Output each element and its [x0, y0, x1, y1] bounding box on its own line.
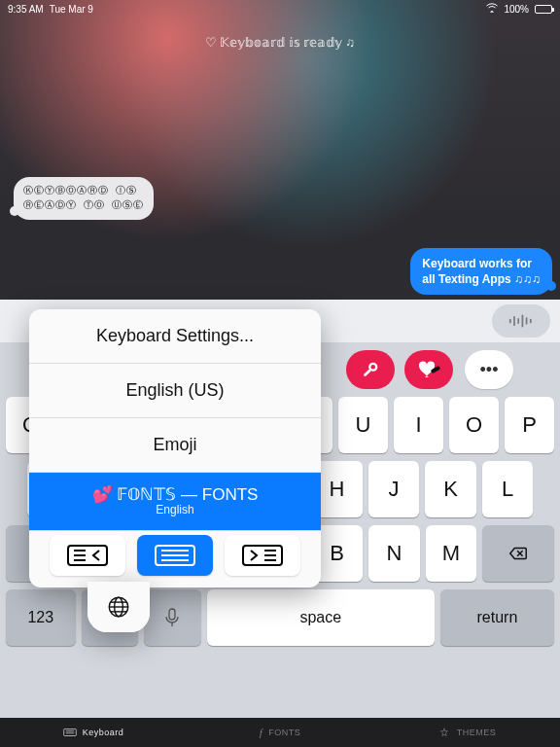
- key-k[interactable]: K: [425, 461, 476, 517]
- outgoing-line-2: all Texting Apps ♫♫♫: [422, 272, 541, 286]
- key-u[interactable]: U: [338, 397, 388, 453]
- battery-pct: 100%: [504, 4, 529, 15]
- outgoing-message-bubble: Keyboard works for all Texting Apps ♫♫♫: [410, 248, 552, 295]
- key-row-4: 123 space return: [0, 589, 560, 646]
- popup-fonts-main: 💕 𝔽𝕆ℕ𝕋𝕊 — FONTS: [92, 486, 259, 505]
- tab-keyboard[interactable]: Keyboard: [0, 718, 187, 747]
- tab-fonts[interactable]: f FONTS: [187, 718, 373, 747]
- incoming-message-bubble: ⓀⒺⓎⒷⓄⒶⓇⒹ ⒾⓈ ⓇⒺⒶⒹⓎ ⓉⓄ ⓊⓈⒺ: [14, 177, 154, 220]
- fonts-icon: f: [260, 727, 263, 738]
- key-j[interactable]: J: [368, 461, 420, 517]
- favorites-button[interactable]: [404, 350, 453, 389]
- globe-icon: [106, 594, 131, 620]
- themes-icon: [438, 728, 451, 737]
- status-bar: 9:35 AM Tue Mar 9 100%: [0, 0, 560, 18]
- key-o[interactable]: O: [449, 397, 499, 453]
- return-key[interactable]: return: [440, 589, 554, 646]
- popup-english-us[interactable]: English (US): [29, 364, 321, 418]
- keyboard-dock-row: [29, 531, 321, 587]
- dots-label: •••: [480, 360, 499, 380]
- more-options-button[interactable]: •••: [465, 350, 513, 389]
- keyboard-icon: [63, 728, 77, 737]
- bottom-tab-bar: Keyboard f FONTS THEMES: [0, 718, 560, 747]
- incoming-line-1: ⓀⒺⓎⒷⓄⒶⓇⒹ ⒾⓈ: [23, 183, 144, 197]
- popup-keyboard-settings[interactable]: Keyboard Settings...: [29, 309, 321, 364]
- battery-icon: [535, 5, 552, 14]
- svg-point-8: [370, 365, 375, 370]
- search-fonts-button[interactable]: [346, 350, 395, 389]
- dock-left-button[interactable]: [50, 535, 125, 576]
- popup-emoji[interactable]: Emoji: [29, 418, 321, 473]
- svg-line-7: [366, 371, 370, 375]
- key-p[interactable]: P: [505, 397, 554, 453]
- tab-themes-label: THEMES: [457, 728, 497, 737]
- key-i[interactable]: I: [394, 397, 443, 453]
- numbers-key[interactable]: 123: [6, 589, 76, 646]
- popup-fonts-keyboard[interactable]: 💕 𝔽𝕆ℕ𝕋𝕊 — FONTS English: [29, 473, 321, 531]
- screen: 9:35 AM Tue Mar 9 100% ♡ 𝕂𝕖𝕪𝕓𝕠𝕒𝕣𝕕 𝕚𝕤 𝕣𝕖𝕒…: [0, 0, 560, 747]
- dock-center-button[interactable]: [137, 535, 213, 576]
- tab-themes[interactable]: THEMES: [373, 718, 560, 747]
- svg-rect-36: [63, 729, 76, 736]
- outgoing-line-1: Keyboard works for: [422, 257, 532, 270]
- dictation-key[interactable]: [144, 589, 201, 646]
- page-title: ♡ 𝕂𝕖𝕪𝕓𝕠𝕒𝕣𝕕 𝕚𝕤 𝕣𝕖𝕒𝕕𝕪 ♫: [0, 35, 560, 51]
- tab-keyboard-label: Keyboard: [83, 728, 124, 737]
- key-l[interactable]: L: [482, 461, 534, 517]
- dock-right-button[interactable]: [225, 535, 300, 576]
- space-key[interactable]: space: [207, 589, 435, 646]
- key-n[interactable]: N: [368, 525, 420, 582]
- voice-input-button[interactable]: [492, 304, 550, 338]
- status-date: Tue Mar 9: [50, 4, 93, 15]
- svg-rect-17: [169, 609, 175, 620]
- popup-fonts-sub: English: [156, 504, 193, 516]
- backspace-key[interactable]: [482, 525, 554, 582]
- language-picker-popup: Keyboard Settings... English (US) Emoji …: [29, 309, 321, 587]
- incoming-line-2: ⓇⒺⒶⒹⓎ ⓉⓄ ⓊⓈⒺ: [23, 197, 144, 212]
- wifi-icon: [486, 3, 498, 15]
- key-m[interactable]: M: [426, 525, 477, 582]
- tab-fonts-label: FONTS: [268, 728, 300, 737]
- status-time: 9:35 AM: [8, 4, 44, 15]
- popup-stem: [88, 582, 150, 632]
